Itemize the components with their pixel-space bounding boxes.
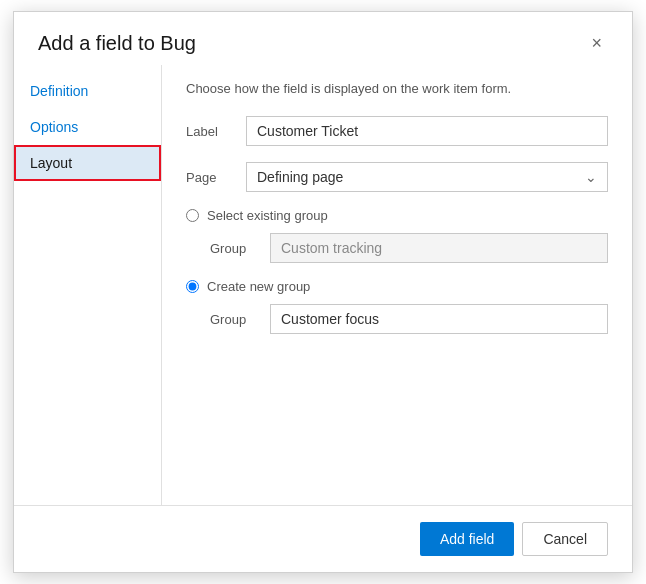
chevron-down-icon: ⌄ [585, 169, 607, 185]
create-new-group-section: Create new group Group [186, 279, 608, 334]
existing-group-label: Group [210, 241, 270, 256]
sidebar-item-options[interactable]: Options [14, 109, 161, 145]
label-row: Label [186, 116, 608, 146]
cancel-button[interactable]: Cancel [522, 522, 608, 556]
sidebar: Definition Options Layout [14, 65, 162, 505]
select-existing-group-section: Select existing group Group [186, 208, 608, 263]
create-new-label[interactable]: Create new group [207, 279, 310, 294]
label-input[interactable] [246, 116, 608, 146]
close-button[interactable]: × [585, 32, 608, 54]
new-group-row: Group [186, 304, 608, 334]
page-row: Page Defining page ⌄ [186, 162, 608, 192]
label-field-label: Label [186, 124, 246, 139]
page-select[interactable]: Defining page [247, 163, 585, 191]
dialog-body: Definition Options Layout Choose how the… [14, 65, 632, 505]
dialog-title: Add a field to Bug [38, 32, 196, 55]
sidebar-item-definition[interactable]: Definition [14, 73, 161, 109]
content-area: Choose how the field is displayed on the… [162, 65, 632, 505]
existing-group-row: Group [186, 233, 608, 263]
page-field-label: Page [186, 170, 246, 185]
existing-group-input [270, 233, 608, 263]
create-new-radio[interactable] [186, 280, 199, 293]
add-field-button[interactable]: Add field [420, 522, 514, 556]
select-existing-radio-row: Select existing group [186, 208, 608, 223]
dialog-footer: Add field Cancel [14, 505, 632, 572]
dialog-header: Add a field to Bug × [14, 12, 632, 65]
select-existing-label[interactable]: Select existing group [207, 208, 328, 223]
select-existing-radio[interactable] [186, 209, 199, 222]
description-text: Choose how the field is displayed on the… [186, 81, 608, 96]
new-group-input[interactable] [270, 304, 608, 334]
new-group-label: Group [210, 312, 270, 327]
add-field-dialog: Add a field to Bug × Definition Options … [13, 11, 633, 573]
sidebar-item-layout[interactable]: Layout [14, 145, 161, 181]
create-new-radio-row: Create new group [186, 279, 608, 294]
page-select-wrap: Defining page ⌄ [246, 162, 608, 192]
